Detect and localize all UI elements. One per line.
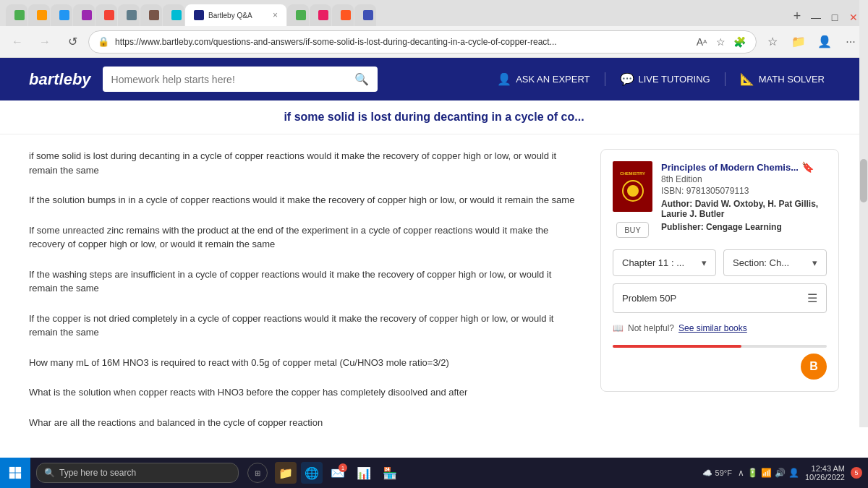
chapter-dropdown[interactable]: Chapter 11 : ... ▾ (613, 249, 716, 276)
browser-tab-5[interactable] (95, 4, 117, 26)
book-icon-small: 📖 (613, 323, 624, 333)
address-bar[interactable]: 🔒 https://www.bartleby.com/questions-and… (88, 30, 757, 53)
notification-badge[interactable]: 5 (851, 467, 862, 479)
task-view-button[interactable]: ⊞ (247, 463, 268, 483)
task-view-icon: ⊞ (255, 469, 260, 477)
page-content: bartleby 🔍 👤 ASK AN EXPERT 💬 LIVE TUTORI… (0, 58, 868, 458)
scrollbar-thumb[interactable] (860, 159, 867, 202)
notification-circle: B (801, 354, 827, 380)
taskbar-search-box[interactable]: 🔍 Type here to search (36, 463, 239, 483)
reload-button[interactable]: ↺ (61, 30, 84, 53)
question-item-6[interactable]: How many mL of 16M HNO3 is required to r… (29, 356, 579, 370)
see-similar-books-link[interactable]: See similar books (678, 323, 747, 333)
site-header: bartleby 🔍 👤 ASK AN EXPERT 💬 LIVE TUTORI… (0, 58, 868, 100)
question-text-4: If the washing steps are insufficient in… (29, 269, 551, 294)
math-solver-button[interactable]: 📐 MATH SOLVER (726, 72, 839, 86)
windows-store-icon[interactable]: 🏪 (379, 462, 401, 484)
windows-logo-icon (9, 466, 22, 479)
publisher-value: Cengage Learning (706, 222, 782, 232)
notification-icon: B (809, 360, 818, 373)
browser-frame: Bartleby Q&A × + — □ ✕ ← → ↺ 🔒 https://w… (0, 0, 868, 458)
header-actions: 👤 ASK AN EXPERT 💬 LIVE TUTORING 📐 MATH S… (482, 72, 839, 86)
mail-icon[interactable]: ✉️ 1 (327, 462, 349, 484)
search-icon[interactable]: 🔍 (354, 72, 369, 86)
address-bar-actions: AA ☆ 🧩 (694, 34, 747, 50)
question-item-1[interactable]: if some solid is lost during decanting i… (29, 149, 579, 177)
taskbar-app-icons: 📁 🌐 ✉️ 1 📊 🏪 (275, 462, 401, 484)
main-layout: if some solid is lost during decanting i… (0, 134, 868, 458)
profile-button[interactable]: 👤 (813, 30, 836, 53)
search-box[interactable]: 🔍 (103, 67, 378, 92)
back-button[interactable]: ← (6, 30, 29, 53)
collections-button[interactable]: 📁 (787, 30, 810, 53)
book-title-link[interactable]: Principles of Modern Chemis... 🔖 (661, 161, 827, 173)
search-input[interactable] (111, 74, 354, 85)
browser-tab-4[interactable] (73, 4, 95, 26)
ask-expert-button[interactable]: 👤 ASK AN EXPERT (482, 72, 605, 86)
question-list: if some solid is lost during decanting i… (29, 149, 579, 445)
favorites-icon[interactable]: ☆ (712, 34, 728, 50)
scrollbar[interactable] (859, 0, 868, 427)
book-author: Author: David W. Oxtoby, H. Pat Gillis, … (661, 199, 827, 219)
clock[interactable]: 12:43 AM 10/26/2022 (805, 464, 845, 481)
browser-tab-10[interactable] (287, 4, 309, 26)
live-tutoring-button[interactable]: 💬 LIVE TUTORING (605, 72, 726, 86)
isbn-value: 9781305079113 (686, 186, 749, 196)
question-text-1: if some solid is lost during decanting i… (29, 150, 556, 176)
tabs-container: Bartleby Q&A × (6, 4, 787, 26)
browser-tab-1[interactable] (6, 4, 27, 26)
page-title: if some solid is lost during decanting i… (284, 111, 584, 123)
taskbar-search-icon: 🔍 (44, 468, 55, 478)
browser-tab-13[interactable] (354, 4, 376, 26)
browser-tab-3[interactable] (51, 4, 72, 26)
forward-button[interactable]: → (33, 30, 56, 53)
tab-close-icon[interactable]: × (273, 10, 278, 20)
read-aloud-icon[interactable]: AA (694, 34, 710, 50)
start-button[interactable] (0, 458, 30, 488)
not-helpful-section: 📖 Not helpful? See similar books (613, 323, 827, 333)
book-edition: 8th Edition (661, 174, 827, 184)
edge-browser-icon[interactable]: 🌐 (301, 462, 323, 484)
browser-tab-active[interactable]: Bartleby Q&A × (185, 4, 286, 26)
tab-bar-controls: — □ ✕ (807, 9, 862, 26)
question-item-8[interactable]: Whar are all the reactions and balanced … (29, 416, 579, 430)
section-dropdown-text: Section: Ch... (733, 257, 789, 268)
question-item-4[interactable]: If the washing steps are insufficient in… (29, 267, 579, 296)
volume-icon[interactable]: 🔊 (775, 468, 786, 478)
minimize-button[interactable]: — (807, 9, 825, 26)
browser-tab-2[interactable] (28, 4, 50, 26)
weather-widget[interactable]: ☁️ 59°F (702, 468, 732, 478)
section-dropdown[interactable]: Section: Ch... ▾ (723, 249, 827, 276)
file-explorer-icon[interactable]: 📁 (275, 462, 297, 484)
live-tutoring-label: LIVE TUTORING (639, 74, 710, 85)
up-arrow-icon[interactable]: ∧ (738, 468, 744, 478)
question-item-2[interactable]: If the solution bumps in in a cycle of c… (29, 193, 579, 207)
new-tab-button[interactable]: + (787, 6, 807, 26)
buy-button[interactable]: BUY (616, 222, 649, 238)
maximize-button[interactable]: □ (826, 9, 843, 26)
browser-tab-8[interactable] (163, 4, 184, 26)
browser-tab-7[interactable] (140, 4, 162, 26)
section-dropdown-arrow: ▾ (812, 257, 817, 268)
office-icon[interactable]: 📊 (353, 462, 375, 484)
nav-bar-right: ☆ 📁 👤 ··· (761, 30, 862, 53)
taskbar-right: ☁️ 59°F ∧ 🔋 📶 🔊 👤 12:43 AM 10/26/2022 5 (702, 464, 868, 481)
page-title-bar: if some solid is lost during decanting i… (0, 100, 868, 134)
question-text-8: Whar are all the reactions and balanced … (29, 417, 323, 428)
browser-tab-6[interactable] (118, 4, 140, 26)
problem-row[interactable]: Problem 50P ☰ (613, 283, 827, 313)
browser-extension-icon[interactable]: 🧩 (731, 34, 747, 50)
browser-tab-11[interactable] (310, 4, 331, 26)
favorites-button[interactable]: ☆ (761, 30, 784, 53)
question-item-5[interactable]: If the copper is not dried completely in… (29, 312, 579, 340)
question-item-3[interactable]: If some unreacted zinc remains with the … (29, 223, 579, 252)
book-card: CHEMISTRY BUY (600, 149, 839, 392)
question-text-2: If the solution bumps in in a cycle of c… (29, 194, 574, 205)
question-item-7[interactable]: What is the solution when copper reacts … (29, 385, 579, 400)
isbn-label: ISBN: (661, 186, 684, 196)
browser-tab-12[interactable] (332, 4, 354, 26)
sidebar: CHEMISTRY BUY (600, 149, 839, 445)
not-helpful-text: Not helpful? (628, 323, 674, 333)
svg-rect-2 (9, 473, 15, 479)
temperature: 59°F (715, 468, 732, 477)
